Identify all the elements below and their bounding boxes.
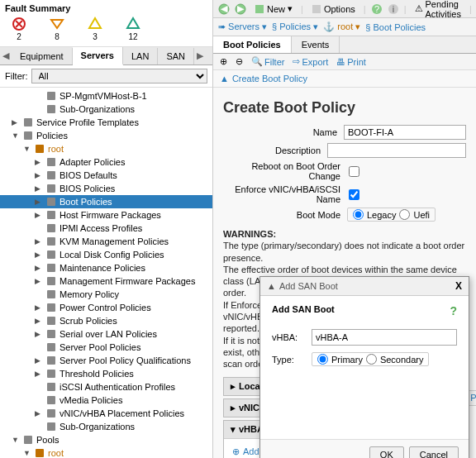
tree-item[interactable]: ▶Management Firmware Packages	[0, 274, 212, 288]
dialog-help-icon[interactable]: ?	[450, 304, 457, 317]
expand-icon[interactable]: ⊕	[220, 56, 227, 67]
reboot-checkbox[interactable]	[349, 166, 359, 177]
tree-item[interactable]: ▶Boot Policies	[0, 195, 212, 208]
tab-san[interactable]: SAN	[158, 48, 194, 64]
tree-toggle-icon[interactable]: ▶	[35, 237, 43, 246]
tree-toggle-icon[interactable]: ▶	[35, 409, 43, 417]
tab-lan[interactable]: LAN	[123, 48, 158, 64]
tree-item[interactable]: ▼Policies	[0, 129, 212, 142]
tree-toggle-icon[interactable]: ▼	[12, 436, 20, 444]
filter-action[interactable]: 🔍Filter	[251, 56, 284, 67]
print-action[interactable]: 🖶Print	[336, 57, 366, 67]
tab-prev-icon[interactable]: ◀	[0, 50, 12, 61]
tree-item[interactable]: ▶vNIC/vHBA Placement Policies	[0, 407, 212, 420]
export-action[interactable]: ⇨Export	[293, 56, 328, 67]
tree-item-label: root	[48, 144, 64, 154]
filter-select[interactable]: All	[31, 69, 208, 83]
tree-item[interactable]: ▶Threshold Policies	[0, 367, 212, 380]
tree-toggle-icon[interactable]: ▼	[12, 131, 20, 140]
tree-toggle-icon[interactable]: ▶	[35, 303, 43, 312]
desc-input[interactable]	[327, 143, 466, 158]
new-button[interactable]: New ▾	[251, 2, 296, 15]
tree-item[interactable]: ▶Service Profile Templates	[0, 116, 212, 129]
tree-item[interactable]: ▶KVM Management Policies	[0, 235, 212, 248]
tree-item[interactable]: ▶Local Disk Config Policies	[0, 248, 212, 261]
tab-equipment[interactable]: Equipment	[12, 48, 73, 64]
tree-item[interactable]: ▶Host Firmware Packages	[0, 208, 212, 222]
tree-item[interactable]: ▼root	[0, 446, 212, 458]
tree-toggle-icon[interactable]: ▶	[35, 158, 43, 166]
fault-critical[interactable]: 2	[12, 17, 26, 41]
tree-item[interactable]: ▼root	[0, 142, 212, 155]
tree-item[interactable]: ▶Adapter Policies	[0, 155, 212, 169]
tree-item[interactable]: SP-MgmtVMHost-B-1	[0, 89, 212, 103]
type-primary-radio[interactable]	[317, 354, 328, 365]
tree-toggle-icon[interactable]: ▶	[35, 317, 43, 325]
tree-item[interactable]: ▶Power Control Policies	[0, 301, 212, 314]
svg-text:?: ?	[374, 4, 379, 14]
tree-toggle-icon[interactable]: ▼	[23, 145, 31, 153]
svg-marker-4	[89, 18, 101, 28]
tree-item[interactable]: ▶Server Pool Policy Qualifications	[0, 354, 212, 367]
fault-warning[interactable]: 12	[126, 17, 140, 41]
svg-rect-19	[47, 264, 55, 272]
bc-root[interactable]: ⚓ root ▾	[323, 21, 360, 32]
bootmode-uefi-radio[interactable]	[399, 209, 410, 220]
tree-item[interactable]: ▶Scrub Policies	[0, 314, 212, 327]
pending-button[interactable]: ⚠ Pending Activities	[412, 0, 464, 20]
tree-toggle-icon[interactable]: ▶	[35, 198, 43, 206]
tree-toggle-icon[interactable]: ▶	[35, 264, 43, 272]
ok-button[interactable]: OK	[369, 446, 404, 458]
fault-major[interactable]: 8	[50, 17, 64, 41]
tree-toggle-icon[interactable]: ▶	[35, 250, 43, 259]
tree-item[interactable]: ▶BIOS Policies	[0, 182, 212, 195]
tree-item[interactable]: ▶Serial over LAN Policies	[0, 327, 212, 341]
tree-toggle-icon[interactable]: ▶	[35, 356, 43, 365]
tree-item[interactable]: ▼Pools	[0, 433, 212, 446]
nav-tree[interactable]: SP-MgmtVMHost-B-1Sub-Organizations▶Servi…	[0, 88, 212, 458]
tree-toggle-icon[interactable]: ▶	[35, 277, 43, 285]
tab-servers[interactable]: Servers	[73, 47, 123, 65]
name-input[interactable]	[344, 125, 466, 140]
close-icon[interactable]: X	[455, 280, 462, 292]
tree-item[interactable]: Memory Policy	[0, 288, 212, 301]
enforce-checkbox[interactable]	[349, 189, 359, 200]
tree-item[interactable]: Sub-Organizations	[0, 420, 212, 433]
tree-item[interactable]: Server Pool Policies	[0, 341, 212, 354]
bc-boot-policies[interactable]: § Boot Policies	[365, 22, 426, 32]
tree-item[interactable]: IPMI Access Profiles	[0, 222, 212, 235]
vhba-input[interactable]	[312, 329, 457, 346]
tree-item[interactable]: ▶Maintenance Policies	[0, 261, 212, 274]
info-icon[interactable]: i	[388, 3, 399, 15]
tree-toggle-icon[interactable]: ▶	[35, 330, 43, 338]
svg-rect-17	[47, 237, 55, 246]
tree-item-label: Local Disk Config Policies	[60, 250, 164, 260]
tab-next-icon[interactable]: ▶	[194, 50, 206, 61]
collapse-icon[interactable]: ⊖	[236, 56, 243, 67]
pol-icon	[46, 210, 56, 220]
tree-item[interactable]: ▶BIOS Defaults	[0, 169, 212, 182]
tree-toggle-icon[interactable]: ▶	[35, 370, 43, 378]
bootmode-legacy-radio[interactable]	[353, 209, 364, 220]
type-secondary-radio[interactable]	[366, 354, 377, 365]
tree-item[interactable]: Sub-Organizations	[0, 103, 212, 116]
help-icon[interactable]: ?	[371, 3, 383, 15]
nav-back-icon[interactable]: ◀	[218, 3, 230, 15]
cancel-button[interactable]: Cancel	[409, 446, 459, 458]
tree-toggle-icon[interactable]: ▶	[12, 118, 20, 126]
fault-minor[interactable]: 3	[88, 17, 102, 41]
sub-tab-boot-policies[interactable]: Boot Policies	[213, 36, 292, 53]
tree-toggle-icon[interactable]: ▶	[35, 171, 43, 179]
tree-toggle-icon[interactable]: ▶	[35, 184, 43, 193]
bc-servers[interactable]: ➠ Servers ▾	[218, 21, 267, 32]
tree-toggle-icon[interactable]: ▶	[35, 211, 43, 219]
tree-item[interactable]: vMedia Policies	[0, 394, 212, 407]
options-button[interactable]: Options	[308, 3, 359, 15]
tree-item[interactable]: iSCSI Authentication Profiles	[0, 380, 212, 394]
tree-toggle-icon[interactable]: ▼	[23, 449, 31, 457]
bootmode-label: Boot Mode	[223, 210, 347, 220]
nav-fwd-icon[interactable]: ▶	[235, 3, 246, 15]
bc-policies[interactable]: § Policies ▾	[272, 21, 318, 32]
pol-icon	[46, 355, 56, 365]
sub-tab-events[interactable]: Events	[292, 36, 340, 53]
